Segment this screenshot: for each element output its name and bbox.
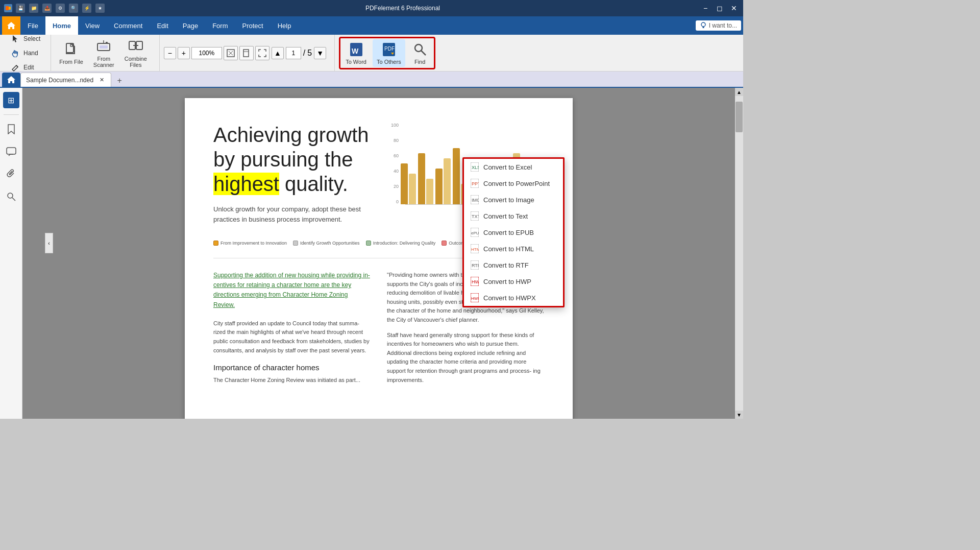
excel-icon: XLS <box>470 162 479 172</box>
scroll-down-button[interactable]: ▼ <box>735 411 743 419</box>
toolbar-create-group: From File From Scanner Combine Files <box>51 35 155 71</box>
restore-button[interactable]: ◻ <box>715 3 725 13</box>
convert-epub-label: Convert to EPUB <box>483 229 534 236</box>
menu-form[interactable]: Form <box>205 16 235 35</box>
zoom-input[interactable] <box>191 47 222 59</box>
main-area: ⊞ ‹ 100 80 60 40 <box>0 88 743 419</box>
hand-label: Hand <box>23 50 38 57</box>
page-up-button[interactable]: ▲ <box>272 47 284 59</box>
toolbar-icon-2[interactable]: 📁 <box>29 4 38 13</box>
search-want-box[interactable]: I want to... <box>696 20 741 31</box>
convert-html-item[interactable]: HTML Convert to HTML <box>464 241 563 257</box>
toolbar-icon-5[interactable]: 🔍 <box>69 4 78 13</box>
menu-bar: File Home View Comment Edit Page Form Pr… <box>0 16 743 35</box>
from-file-button[interactable]: From File <box>55 39 87 67</box>
convert-text-label: Convert to Text <box>483 212 528 220</box>
convert-hwp-item[interactable]: HWP Convert to HWP <box>464 273 563 290</box>
search-want-label: I want to... <box>709 22 737 29</box>
convert-epub-item[interactable]: ePUB Convert to EPUB <box>464 224 563 241</box>
convert-powerpoint-label: Convert to PowerPoint <box>483 180 550 187</box>
convert-rtf-item[interactable]: RTF Convert to RTF <box>464 257 563 273</box>
convert-hwpx-item[interactable]: HWPX Convert to HWPX <box>464 290 563 306</box>
svg-text:PPT: PPT <box>472 181 479 186</box>
convert-excel-item[interactable]: XLS Convert to Excel <box>464 159 563 175</box>
toolbar-icon-1[interactable]: 💾 <box>16 4 25 13</box>
combine-files-button[interactable]: Combine Files <box>120 36 151 70</box>
rtf-icon: RTF <box>470 260 479 270</box>
convert-hwpx-label: Convert to HWPX <box>483 294 536 302</box>
sidebar-search-button[interactable] <box>3 188 19 205</box>
epub-icon: ePUB <box>470 227 479 237</box>
to-others-button[interactable]: PDF To Others <box>373 39 405 67</box>
edit-icon <box>10 62 20 73</box>
fit-width-button[interactable] <box>224 46 238 60</box>
svg-text:ePUB: ePUB <box>471 231 479 235</box>
minimize-button[interactable]: − <box>700 3 710 13</box>
select-tool[interactable]: Select <box>8 33 42 45</box>
document-tab[interactable]: Sample Documen...nded ✕ <box>20 73 111 87</box>
menu-home[interactable]: Home <box>45 16 78 35</box>
menu-comment[interactable]: Comment <box>107 16 150 35</box>
svg-rect-0 <box>6 6 9 10</box>
menu-right: I want to... <box>696 20 741 31</box>
toolbar-icon-4[interactable]: ⚙ <box>56 4 65 13</box>
menu-protect[interactable]: Protect <box>235 16 271 35</box>
hand-tool[interactable]: Hand <box>8 47 42 59</box>
menu-help[interactable]: Help <box>271 16 299 35</box>
sidebar-attachment-button[interactable] <box>3 166 19 182</box>
toolbar-icon-3[interactable]: 📤 <box>42 4 52 13</box>
doc-tab-close[interactable]: ✕ <box>97 76 106 84</box>
convert-text-item[interactable]: TXT Convert to Text <box>464 208 563 224</box>
find-button[interactable]: Find <box>407 39 433 67</box>
page-input[interactable] <box>286 47 301 59</box>
zoom-in-button[interactable]: + <box>178 47 190 59</box>
fit-page-button[interactable] <box>239 46 254 60</box>
from-scanner-button[interactable]: From Scanner <box>89 36 118 70</box>
toolbar-icon-6[interactable]: ⚡ <box>82 4 91 13</box>
title-bar-left: 💾 📁 📤 ⚙ 🔍 ⚡ ★ <box>4 4 105 13</box>
add-tab-button[interactable]: + <box>113 75 126 87</box>
svg-rect-1 <box>9 7 11 10</box>
powerpoint-icon: PPT <box>470 178 479 188</box>
page-down-button[interactable]: ▼ <box>314 47 326 59</box>
toolbar: Select Hand Edit From File <box>0 35 743 71</box>
app-icon[interactable] <box>4 4 12 12</box>
legend-item-1: From Improvement to Innovation <box>213 241 287 246</box>
convert-powerpoint-item[interactable]: PPT Convert to PowerPoint <box>464 175 563 192</box>
page-navigation: ▲ / 5 ▼ <box>272 47 326 59</box>
full-screen-button[interactable] <box>255 46 270 60</box>
svg-line-33 <box>12 198 15 201</box>
from-file-label: From File <box>59 59 83 65</box>
sidebar-bookmark-button[interactable] <box>3 121 19 137</box>
to-others-dropdown: XLS Convert to Excel PPT Convert to Powe… <box>462 157 565 307</box>
svg-marker-5 <box>13 35 17 42</box>
toolbar-icon-7[interactable]: ★ <box>95 4 105 13</box>
document-area[interactable]: ‹ 100 80 60 40 20 0 <box>22 88 735 419</box>
home-tab[interactable] <box>2 73 20 87</box>
menu-edit[interactable]: Edit <box>150 16 175 35</box>
convert-image-label: Convert to Image <box>483 196 534 204</box>
chart-y-axis: 100 80 60 40 20 0 <box>391 123 401 204</box>
app-title: PDFelement 6 Professional <box>105 5 700 12</box>
heading-highlight: highest <box>213 173 279 195</box>
to-word-button[interactable]: W To Word <box>341 39 371 67</box>
sidebar-comment-button[interactable] <box>3 144 19 160</box>
menu-view[interactable]: View <box>78 16 107 35</box>
scroll-track[interactable] <box>735 96 743 411</box>
sidebar-collapse-arrow[interactable]: ‹ <box>45 233 53 253</box>
scroll-up-button[interactable]: ▲ <box>735 88 743 96</box>
total-pages: 5 <box>307 49 312 58</box>
from-scanner-label: From Scanner <box>93 56 114 68</box>
toolbar-zoom-group: − + ▲ / 5 ▼ <box>159 35 330 71</box>
sidebar-thumbnail-button[interactable]: ⊞ <box>3 92 19 108</box>
menu-page[interactable]: Page <box>176 16 205 35</box>
close-button[interactable]: ✕ <box>729 3 739 13</box>
edit-tool[interactable]: Edit <box>8 61 42 74</box>
zoom-out-button[interactable]: − <box>164 47 176 59</box>
legend-item-3: Introduction: Delivering Quality <box>366 241 436 246</box>
scroll-thumb[interactable] <box>736 102 743 132</box>
hwp-icon: HWP <box>470 276 479 286</box>
convert-image-item[interactable]: IMG Convert to Image <box>464 192 563 208</box>
title-bar: 💾 📁 📤 ⚙ 🔍 ⚡ ★ PDFelement 6 Professional … <box>0 0 743 16</box>
convert-hwp-label: Convert to HWP <box>483 278 531 285</box>
